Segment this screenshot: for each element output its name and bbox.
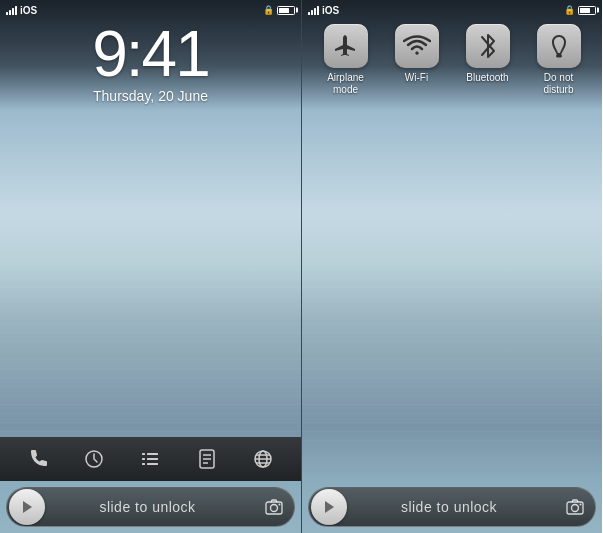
notes-icon[interactable] <box>190 442 224 476</box>
bar2 <box>9 10 11 15</box>
svg-marker-22 <box>325 501 334 513</box>
unlock-bar-left[interactable]: slide to unlock <box>6 487 295 527</box>
battery-fill <box>279 8 289 13</box>
battery-icon <box>277 6 295 15</box>
camera-button-left[interactable] <box>258 491 290 523</box>
clock-date: Thursday, 20 June <box>93 88 208 104</box>
svg-point-18 <box>271 505 278 512</box>
svg-rect-2 <box>147 453 158 455</box>
wifi-label: Wi-Fi <box>405 72 428 84</box>
camera-button-right[interactable] <box>559 491 591 523</box>
svg-point-25 <box>580 504 582 506</box>
qs-airplane-mode[interactable]: Airplane mode <box>316 24 376 96</box>
svg-marker-16 <box>23 501 32 513</box>
clock-container: 9:41 Thursday, 20 June <box>0 22 301 104</box>
do-not-disturb-icon <box>537 24 581 68</box>
carrier-label-right: iOS <box>322 5 339 16</box>
bar2r <box>311 10 313 15</box>
phone-icon[interactable] <box>21 442 55 476</box>
signal-bars-right <box>308 5 319 15</box>
right-screen: iOS 🔒 Airplane mode <box>301 0 602 533</box>
svg-rect-6 <box>147 463 158 465</box>
bar1 <box>6 12 8 15</box>
status-right-right: 🔒 <box>564 5 596 15</box>
unlock-text-left: slide to unlock <box>37 499 258 515</box>
status-bar-left: iOS 🔒 <box>0 0 301 20</box>
water-effect-right <box>302 243 602 443</box>
svg-point-24 <box>572 505 579 512</box>
qs-wifi[interactable]: Wi-Fi <box>387 24 447 84</box>
bluetooth-label: Bluetooth <box>466 72 508 84</box>
unlock-text-right: slide to unlock <box>339 499 559 515</box>
list-icon[interactable] <box>133 442 167 476</box>
unlock-bar-right[interactable]: slide to unlock <box>308 487 596 527</box>
svg-rect-1 <box>142 453 145 455</box>
water-effect <box>0 243 301 443</box>
svg-point-19 <box>279 504 281 506</box>
svg-point-20 <box>415 52 418 55</box>
svg-rect-3 <box>142 458 145 460</box>
battery-fill-right <box>580 8 590 13</box>
battery-icon-right <box>578 6 596 15</box>
svg-point-21 <box>556 55 562 58</box>
bar3 <box>12 8 14 15</box>
bar1r <box>308 12 310 15</box>
left-screen: iOS 🔒 9:41 Thursday, 20 June <box>0 0 301 533</box>
status-left: iOS <box>6 5 37 16</box>
signal-bars <box>6 5 17 15</box>
lock-icon: 🔒 <box>263 5 274 15</box>
airplane-mode-icon <box>324 24 368 68</box>
bar4r <box>317 6 319 15</box>
status-bar-right: iOS 🔒 <box>302 0 602 20</box>
lock-icon-right: 🔒 <box>564 5 575 15</box>
bar3r <box>314 8 316 15</box>
bluetooth-icon <box>466 24 510 68</box>
quick-settings-panel: Airplane mode Wi-Fi Blueto <box>302 20 602 100</box>
carrier-label: iOS <box>20 5 37 16</box>
status-left-right: iOS <box>308 5 339 16</box>
svg-rect-5 <box>142 463 145 465</box>
qs-bluetooth[interactable]: Bluetooth <box>458 24 518 84</box>
clock-icon[interactable] <box>77 442 111 476</box>
airplane-mode-label: Airplane mode <box>316 72 376 96</box>
clock-time: 9:41 <box>92 22 209 86</box>
qs-do-not-disturb[interactable]: Do not disturb <box>529 24 589 96</box>
svg-rect-4 <box>147 458 158 460</box>
do-not-disturb-label: Do not disturb <box>529 72 589 96</box>
bottom-toolbar <box>0 437 301 481</box>
status-right: 🔒 <box>263 5 295 15</box>
globe-icon[interactable] <box>246 442 280 476</box>
bar4 <box>15 6 17 15</box>
wifi-icon <box>395 24 439 68</box>
